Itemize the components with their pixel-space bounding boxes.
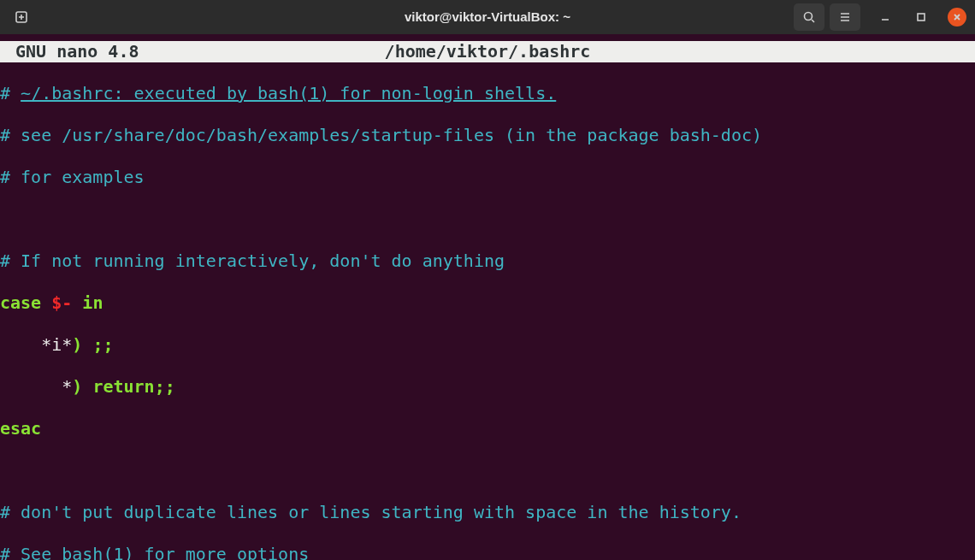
text: esac	[0, 418, 41, 439]
text: )	[72, 376, 82, 397]
text: # If not running interactively, don't do…	[0, 251, 505, 271]
close-icon	[948, 8, 966, 27]
nano-file-path: /home/viktor/.bashrc	[385, 41, 591, 62]
text: in	[72, 292, 103, 313]
text: # for examples	[0, 167, 145, 187]
text: case	[0, 292, 41, 313]
titlebar-left	[0, 4, 39, 30]
text: # see /usr/share/doc/bash/examples/start…	[0, 125, 762, 145]
text: return	[82, 376, 154, 397]
text: ~/.bashrc: executed by bash(1) for non-l…	[21, 83, 556, 103]
svg-point-1	[805, 13, 812, 21]
svg-rect-2	[918, 14, 925, 21]
new-tab-button[interactable]	[8, 4, 37, 30]
text: ;;	[155, 376, 175, 397]
text: $-	[51, 292, 72, 313]
nano-app-label: GNU nano 4.8	[0, 41, 139, 62]
close-button[interactable]	[946, 6, 968, 28]
titlebar-right	[794, 3, 975, 31]
search-button[interactable]	[794, 3, 824, 31]
hamburger-menu-button[interactable]	[830, 3, 860, 31]
window-title: viktor@viktor-VirtualBox: ~	[405, 7, 570, 28]
text: # See bash(1) for more options	[0, 544, 309, 560]
text: #	[0, 83, 21, 103]
text: )	[72, 334, 82, 355]
spacer	[0, 34, 975, 41]
blank-line	[0, 460, 975, 481]
nano-header: GNU nano 4.8 /home/viktor/.bashrc	[0, 41, 975, 62]
editor-area[interactable]: # ~/.bashrc: executed by bash(1) for non…	[0, 62, 975, 561]
text: ;;	[82, 334, 113, 355]
blank-line	[0, 209, 975, 230]
titlebar: viktor@viktor-VirtualBox: ~	[0, 0, 975, 34]
minimize-button[interactable]	[874, 6, 896, 28]
text: *i*	[0, 334, 72, 355]
text: *	[0, 376, 72, 397]
text: # don't put duplicate lines or lines sta…	[0, 502, 742, 522]
maximize-button[interactable]	[910, 6, 932, 28]
